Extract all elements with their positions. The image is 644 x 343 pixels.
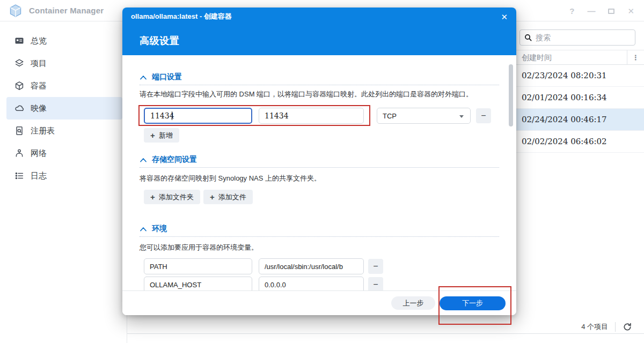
minus-icon: −	[373, 280, 378, 289]
container-manager-logo-icon	[9, 4, 23, 20]
next-step-button[interactable]: 下一步	[440, 296, 506, 310]
minus-icon: −	[481, 111, 486, 121]
app-title: Container Manager	[29, 0, 104, 21]
env-value-input[interactable]	[259, 258, 364, 274]
section-title: 端口设置	[152, 72, 182, 82]
project-icon	[14, 58, 24, 68]
sidebar-item-log[interactable]: 日志	[6, 165, 122, 187]
close-dialog-icon[interactable]: ✕	[501, 13, 508, 21]
column-header-created-time[interactable]: 创建时间	[522, 50, 552, 65]
section-header-ports[interactable]: 端口设置	[140, 72, 182, 82]
sidebar-item-label: 注册表	[31, 126, 55, 136]
window-controls: ? — ✕	[569, 0, 634, 21]
env-description: 您可以添加要应用于容器的环境变量。	[140, 243, 258, 252]
created-time-cell: 02/24/2024 00:46:17	[522, 109, 607, 130]
search-icon	[524, 33, 532, 42]
sidebar-item-label: 网络	[31, 148, 47, 159]
add-port-label: 新增	[159, 131, 173, 140]
section-divider	[140, 236, 499, 237]
dialog-heading: 高级设置	[140, 34, 179, 47]
scrollbar-thumb[interactable]	[509, 64, 513, 126]
chevron-up-icon	[140, 74, 147, 80]
add-file-label: 添加文件	[218, 192, 246, 202]
sidebar-item-label: 日志	[31, 171, 47, 181]
maximize-icon[interactable]	[608, 7, 614, 15]
dialog-subheader: 高级设置	[122, 26, 516, 55]
remove-port-button[interactable]: −	[476, 108, 491, 123]
section-header-storage[interactable]: 存储空间设置	[140, 155, 197, 165]
caret-down-icon	[459, 115, 464, 118]
log-icon	[14, 171, 24, 181]
text-cursor	[172, 111, 172, 120]
search-box	[519, 29, 635, 46]
section-divider	[140, 167, 499, 168]
minimize-icon[interactable]: —	[587, 7, 595, 15]
section-title: 存储空间设置	[152, 155, 197, 165]
sidebar-item-registry[interactable]: 注册表	[6, 120, 122, 142]
refresh-icon[interactable]	[623, 322, 632, 332]
created-time-cell: 02/23/2024 08:20:31	[522, 65, 607, 86]
local-port-input[interactable]	[144, 108, 252, 124]
dialog-titlebar: ollama/ollama:latest - 创建容器 ✕	[122, 8, 516, 26]
network-icon	[14, 148, 24, 158]
dialog-body: 端口设置 请在本地端口字段中输入可用的 DSM 端口，以将端口与容器端口映射。此…	[122, 55, 516, 298]
created-time-cell: 02/02/2024 06:46:02	[522, 131, 607, 152]
sidebar-item-network[interactable]: 网络	[6, 142, 122, 165]
plus-icon: +	[150, 192, 155, 202]
plus-icon: +	[150, 131, 155, 140]
sidebar-item-overview[interactable]: 总览	[6, 29, 122, 52]
image-icon	[14, 103, 24, 113]
chevron-up-icon	[140, 157, 147, 163]
status-bar: 4 个项目	[127, 320, 644, 334]
chevron-up-icon	[140, 226, 147, 232]
create-container-dialog: ollama/ollama:latest - 创建容器 ✕ 高级设置 端口设置 …	[122, 8, 516, 315]
sidebar-item-label: 映像	[31, 103, 47, 114]
previous-step-button[interactable]: 上一步	[391, 296, 435, 310]
overview-icon	[14, 36, 24, 46]
section-header-env[interactable]: 环境	[140, 224, 167, 234]
add-folder-button[interactable]: + 添加文件夹	[144, 190, 200, 204]
dialog-title: ollama/ollama:latest - 创建容器	[131, 12, 232, 21]
minus-icon: −	[373, 262, 378, 271]
sidebar-item-label: 容器	[31, 81, 47, 91]
item-count: 4 个项目	[581, 322, 608, 332]
sidebar-item-container[interactable]: 容器	[6, 74, 122, 97]
add-file-button[interactable]: + 添加文件	[203, 190, 253, 204]
divider	[615, 322, 616, 332]
protocol-select[interactable]: TCP	[377, 108, 471, 124]
registry-icon	[14, 126, 24, 136]
help-icon[interactable]: ?	[569, 7, 574, 15]
storage-description: 将容器的存储空间映射到 Synology NAS 上的共享文件夹。	[140, 174, 321, 183]
remove-env-button[interactable]: −	[368, 259, 383, 274]
sidebar: 总览 项目 容器 映像 注册表 网络	[0, 21, 127, 343]
column-menu-icon[interactable]: ⋮	[627, 50, 644, 65]
sidebar-item-label: 项目	[31, 58, 47, 69]
close-window-icon[interactable]: ✕	[627, 7, 634, 15]
protocol-value: TCP	[383, 112, 397, 120]
sidebar-item-label: 总览	[31, 36, 47, 46]
container-icon	[14, 81, 24, 91]
section-divider	[140, 85, 499, 85]
add-folder-label: 添加文件夹	[159, 192, 194, 202]
ports-description: 请在本地端口字段中输入可用的 DSM 端口，以将端口与容器端口映射。此处列出的端…	[140, 90, 473, 99]
section-title: 环境	[152, 224, 167, 234]
container-port-input[interactable]	[259, 108, 364, 124]
plus-icon: +	[210, 192, 215, 202]
remove-env-button[interactable]: −	[368, 277, 383, 292]
sidebar-item-project[interactable]: 项目	[6, 52, 122, 74]
sidebar-item-image[interactable]: 映像	[6, 97, 122, 120]
env-name-input[interactable]	[144, 258, 252, 274]
dialog-footer: 上一步 下一步	[122, 290, 516, 315]
created-time-cell: 02/01/2024 00:16:34	[522, 87, 607, 108]
search-input[interactable]	[536, 33, 631, 42]
add-port-button[interactable]: + 新增	[144, 128, 179, 143]
